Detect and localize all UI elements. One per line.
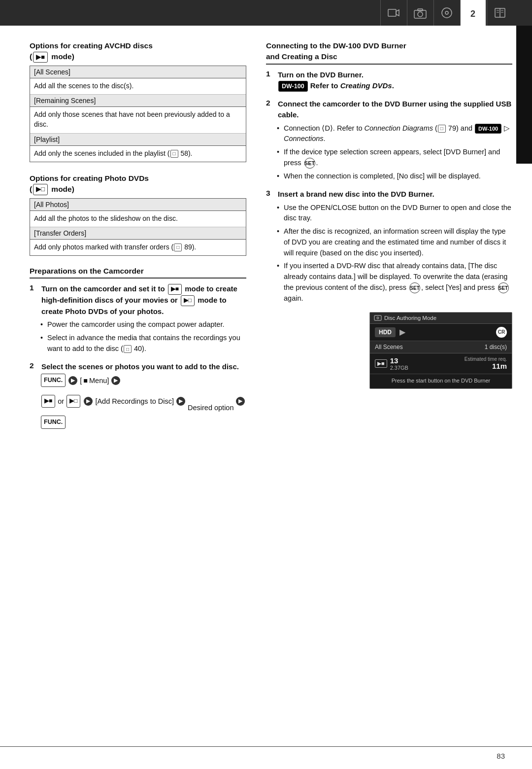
icon-disc [433, 0, 459, 26]
main-content: Options for creating AVCHD discs (▶■ mod… [0, 26, 532, 749]
screen-discs-count: 1 disc(s) [485, 344, 507, 350]
right-step1-italic: Creating DVDs [340, 81, 392, 90]
svg-text:2: 2 [470, 9, 475, 19]
bottom-line [0, 746, 532, 747]
screen-mockup: Disc Authoring Mode HDD ▶ CR All Scenes … [369, 312, 512, 389]
prep-step1: 1 Turn on the camcorder and set it to ▶■… [30, 283, 246, 354]
avchd-row-header-2: [Remaining Scenes] [30, 95, 246, 107]
svg-point-3 [418, 12, 423, 17]
avchd-mode-text: mode [51, 52, 71, 61]
or-text: or [58, 395, 64, 408]
screen-scenes-row: All Scenes 1 disc(s) [370, 341, 512, 353]
screen-cr-text: CR [498, 329, 505, 335]
step2-text: Select the scenes or photos you want to … [41, 361, 239, 372]
right-step1-refer: Refer to [310, 81, 338, 90]
svg-point-5 [442, 8, 452, 18]
avchd-row-desc-3: Add only the scenes included in the play… [30, 146, 246, 162]
screen-video-icon: ▶■ [375, 359, 387, 368]
right-step2-bullet-2: If the device type selection screen appe… [277, 147, 512, 169]
step1-bullets: Power the camcorder using the compact po… [30, 319, 246, 354]
avchd-heading: Options for creating AVCHD discs (▶■ mod… [30, 40, 246, 63]
right-step1-period: . [392, 81, 394, 90]
screen-data-row: ▶■ 13 2.37GB Estimated time req. 11m [370, 353, 512, 374]
right-step2-bullet-3: When the connection is completed, [No di… [277, 171, 512, 182]
arrow-2: ▶ [111, 376, 120, 385]
svg-point-15 [377, 317, 379, 319]
step1-number: 1 [30, 283, 38, 292]
right-black-bar [516, 26, 532, 164]
right-heading-line2: and Creating a Disc [266, 52, 337, 61]
arrow-5: ▶ [236, 397, 245, 406]
svg-rect-4 [418, 9, 423, 11]
photo-heading: Options for creating Photo DVDs (▶□ mode… [30, 173, 246, 195]
right-step3-num: 3 [266, 189, 275, 198]
left-column: Options for creating AVCHD discs (▶■ mod… [30, 40, 246, 734]
screen-hdd-icon: HDD [375, 327, 396, 337]
icon-video [380, 0, 406, 26]
right-step1-text: Turn on the DVD Burner. DW-100 Refer to … [278, 70, 394, 92]
svg-rect-14 [374, 315, 381, 320]
avchd-row-header-1: [All Scenes] [30, 66, 246, 78]
right-step2: 2 Connect the camcorder to the DVD Burne… [266, 99, 512, 182]
step2-menu: FUNC. ▶ [■ Menu] ▶ ▶■ or ▶□ ▶ [Add Recor… [30, 374, 246, 428]
screen-footer: Press the start button on the DVD Burner [370, 374, 512, 388]
right-heading: Connecting to the DW-100 DVD Burner and … [266, 40, 512, 65]
avchd-row-desc-1: Add all the scenes to the disc(s). [30, 78, 246, 95]
right-step3-bullet-2: After the disc is recognized, an informa… [277, 226, 512, 258]
avchd-heading-text: Options for creating AVCHD discs [30, 41, 153, 50]
screen-est-label: Estimated time req. [465, 356, 507, 362]
right-step2-bullets: Connection ⟨D⟩. Refer to Connection Diag… [266, 123, 512, 182]
photo-mode-text: mode [51, 185, 71, 193]
arrow-4: ▶ [176, 397, 185, 406]
screen-disc-icon [374, 315, 382, 321]
icon-camera [407, 0, 432, 26]
mode-icon-video2: ▶■ [41, 395, 55, 408]
photo-mode-icon: ▶□ [33, 184, 48, 195]
photo-row-desc-1: Add all the photos to the slideshow on t… [30, 211, 246, 227]
photo-options-table: [All Photos] Add all the photos to the s… [30, 198, 246, 256]
page-number: 83 [497, 752, 505, 760]
avchd-mode-icon: ▶■ [33, 52, 48, 63]
top-icons: 2 [380, 0, 512, 26]
screen-scenes-label: All Scenes [375, 344, 403, 350]
right-step3-bullet-3: If you inserted a DVD-RW disc that alrea… [277, 261, 512, 304]
avchd-options-table: [All Scenes] Add all the scenes to the d… [30, 66, 246, 162]
right-step2-bullet-1: Connection ⟨D⟩. Refer to Connection Diag… [277, 123, 512, 145]
func-box-2: FUNC. [41, 416, 66, 429]
right-step3-bullets: Use the OPEN/CLOSE button on the DVD Bur… [266, 203, 512, 304]
step1-bullet-2: Select in advance the media that contain… [40, 333, 246, 354]
screen-title-text: Disc Authoring Mode [384, 315, 436, 321]
right-step1-num: 1 [266, 70, 275, 78]
right-step3-text: Insert a brand new disc into the DVD Bur… [278, 189, 434, 200]
svg-point-6 [445, 11, 448, 14]
photo-row-header-1: [All Photos] [30, 199, 246, 211]
avchd-row-header-3: [Playlist] [30, 134, 246, 146]
photo-row-header-2: [Transfer Orders] [30, 227, 246, 240]
photo-heading-text: Options for creating Photo DVDs [30, 174, 149, 182]
photo-row-desc-2: Add only photos marked with transfer ord… [30, 240, 246, 255]
svg-rect-0 [388, 9, 396, 16]
screen-size: 2.37GB [390, 365, 408, 371]
right-step1-bold: Turn on the DVD Burner. [278, 70, 364, 79]
svg-marker-1 [396, 10, 399, 16]
screen-play-arrow: ▶ [399, 327, 405, 337]
screen-est-value: 11m [465, 362, 507, 370]
right-step3-bullet-1: Use the OPEN/CLOSE button on the DVD Bur… [277, 203, 512, 224]
mode-icon-photo2: ▶□ [66, 395, 80, 408]
prep-step2: 2 Select the scenes or photos you want t… [30, 361, 246, 429]
step2-number: 2 [30, 361, 38, 370]
right-step2-text: Connect the camcorder to the DVD Burner … [278, 99, 512, 120]
dw100-badge: DW-100 [278, 81, 308, 92]
prep-heading: Preparations on the Camcorder [30, 267, 246, 279]
right-step3: 3 Insert a brand new disc into the DVD B… [266, 189, 512, 389]
screen-count: 13 [390, 356, 408, 365]
icon-number2: 2 [460, 0, 486, 26]
screen-cr-icon: CR [496, 327, 507, 338]
right-step1: 1 Turn on the DVD Burner. DW-100 Refer t… [266, 70, 512, 92]
top-bar: 2 [0, 0, 532, 26]
screen-icons-row: HDD ▶ CR [370, 324, 512, 341]
right-heading-line1: Connecting to the DW-100 DVD Burner [266, 41, 406, 50]
right-step2-num: 2 [266, 99, 275, 107]
arrow-3: ▶ [84, 397, 93, 406]
avchd-row-desc-2: Add only those scenes that have not been… [30, 107, 246, 134]
